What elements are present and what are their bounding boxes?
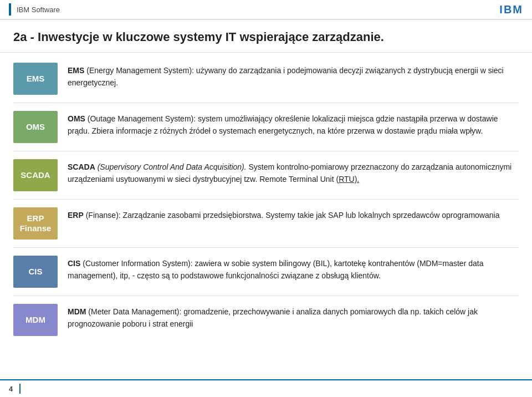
ibm-logo: IBM: [499, 3, 523, 16]
section-text-2: SCADA (Supervisory Control And Data Acqu…: [68, 159, 519, 185]
header-left: IBM Software: [9, 3, 60, 16]
header-brand: IBM Software: [17, 6, 60, 14]
badge-mdm: MDM: [13, 304, 58, 336]
section-text-4: CIS (Customer Information System): zawie…: [68, 256, 519, 282]
footer-line-icon: [19, 384, 21, 394]
section-text-3: ERP (Finanse): Zarządzanie zasobami prze…: [68, 207, 519, 222]
main-content: EMSEMS (Energy Management System): używa…: [0, 53, 532, 349]
section-divider-2: [13, 199, 519, 200]
section-divider-1: [13, 151, 519, 151]
footer-page-number: 4: [9, 385, 13, 393]
section-row-2: SCADASCADA (Supervisory Control And Data…: [13, 159, 519, 191]
header-bar-icon: [9, 3, 11, 16]
section-row-0: EMSEMS (Energy Management System): używa…: [13, 63, 519, 95]
section-divider-4: [13, 296, 519, 296]
badge-oms: OMS: [13, 111, 58, 143]
footer: 4: [0, 379, 532, 397]
header: IBM Software IBM: [0, 0, 532, 20]
page-title: 2a - Inwestycje w kluczowe systemy IT ws…: [13, 30, 519, 44]
section-row-1: OMSOMS (Outage Management System): syste…: [13, 111, 519, 143]
page-title-bar: 2a - Inwestycje w kluczowe systemy IT ws…: [0, 20, 532, 53]
badge-cis: CIS: [13, 256, 58, 288]
section-text-0: EMS (Energy Management System): używany …: [68, 63, 519, 89]
badge-scada: SCADA: [13, 159, 58, 191]
section-row-3: ERPFinanseERP (Finanse): Zarządzanie zas…: [13, 207, 519, 240]
section-text-5: MDM (Meter Data Management): gromadzenie…: [68, 304, 519, 330]
badge-erpfinanse: ERPFinanse: [13, 207, 58, 240]
section-text-1: OMS (Outage Management System): system u…: [68, 111, 519, 137]
section-row-4: CISCIS (Customer Information System): za…: [13, 256, 519, 288]
badge-ems: EMS: [13, 63, 58, 95]
sections-container: EMSEMS (Energy Management System): używa…: [13, 63, 519, 336]
section-divider-3: [13, 247, 519, 248]
section-divider-0: [13, 103, 519, 103]
section-row-5: MDMMDM (Meter Data Management): gromadze…: [13, 304, 519, 336]
